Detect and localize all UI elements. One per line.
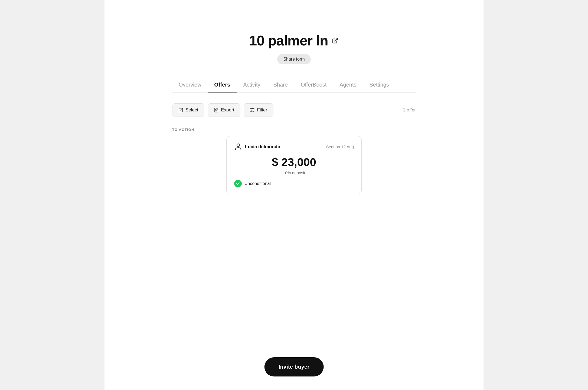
offer-date: Sent on 12 Aug <box>326 144 354 149</box>
svg-point-12 <box>253 111 254 112</box>
select-button[interactable]: Select <box>172 103 204 117</box>
svg-point-11 <box>251 110 252 110</box>
tabs-nav: Overview Offers Activity Share OfferBoos… <box>172 78 416 92</box>
tab-offers[interactable]: Offers <box>208 78 237 92</box>
main-content: 10 palmer ln Share form Overview Offers … <box>104 0 484 390</box>
invite-buyer-button[interactable]: Invite buyer <box>264 357 324 376</box>
page-title: 10 palmer ln <box>249 32 328 49</box>
export-button[interactable]: Export <box>208 103 240 117</box>
section-to-action-label: TO ACTION <box>172 128 416 132</box>
property-title-row: 10 palmer ln <box>249 32 339 49</box>
svg-line-0 <box>335 38 338 41</box>
left-sidebar <box>0 0 19 390</box>
external-link-icon[interactable] <box>331 37 339 44</box>
buyer-avatar-icon <box>234 143 242 151</box>
svg-point-13 <box>237 144 240 146</box>
tab-agents[interactable]: Agents <box>333 78 363 92</box>
tab-share[interactable]: Share <box>267 78 294 92</box>
tab-overview[interactable]: Overview <box>172 78 208 92</box>
svg-rect-1 <box>179 108 183 112</box>
toolbar: Select Export <box>172 103 416 117</box>
offer-card-header: Lucia delmondo Sent on 12 Aug <box>234 143 354 151</box>
offer-deposit: 10% deposit <box>234 170 354 175</box>
filter-button[interactable]: Filter <box>244 103 273 117</box>
buyer-info: Lucia delmondo <box>234 143 280 151</box>
right-sidebar <box>569 0 588 390</box>
share-form-button[interactable]: Share form <box>277 54 311 64</box>
filter-icon <box>250 108 255 113</box>
tab-settings[interactable]: Settings <box>363 78 395 92</box>
export-icon <box>214 108 219 113</box>
tab-activity[interactable]: Activity <box>237 78 267 92</box>
select-icon <box>178 108 183 113</box>
offer-count: 1 offer <box>403 107 416 113</box>
buyer-name: Lucia delmondo <box>245 144 280 150</box>
tab-offerboost[interactable]: OfferBoost <box>294 78 333 92</box>
offer-amount: $ 23,000 <box>234 156 354 169</box>
page-wrapper: 10 palmer ln Share form Overview Offers … <box>0 0 588 390</box>
offer-condition: Unconditional <box>234 180 354 187</box>
unconditional-check-icon <box>234 180 242 187</box>
condition-label: Unconditional <box>244 181 271 186</box>
svg-point-10 <box>252 108 253 109</box>
svg-point-14 <box>238 147 239 148</box>
offer-card[interactable]: Lucia delmondo Sent on 12 Aug $ 23,000 1… <box>226 136 362 194</box>
